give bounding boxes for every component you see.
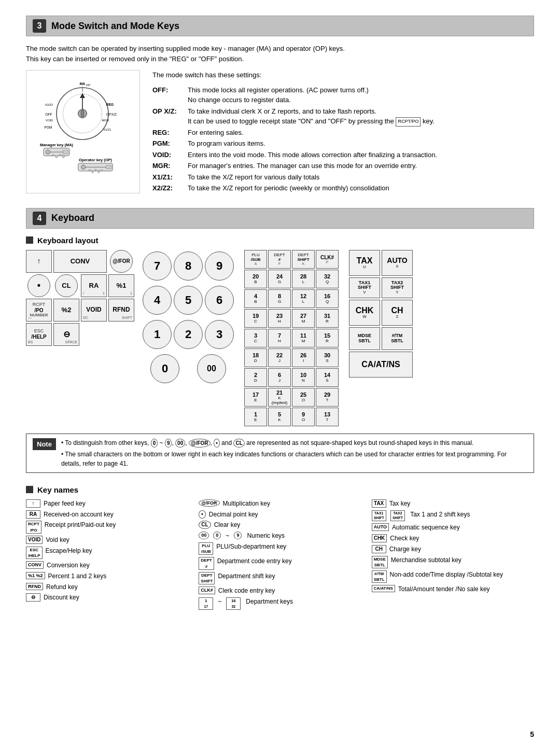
- kn-badge-deptcode: DEPT#: [199, 557, 214, 569]
- kn-badge-conv: CONV: [26, 561, 44, 569]
- dept-key-14: 14S: [316, 368, 339, 387]
- svg-rect-23: [59, 154, 61, 156]
- key-rfnd: RFND SHIFT: [108, 299, 134, 322]
- kn-rfnd: RFND Refund key: [26, 583, 188, 592]
- kn-label-caatns: Total/Amount tender /No sale key: [398, 585, 490, 594]
- kn-label-deptshift: Department shift key: [218, 572, 275, 581]
- kn-chk: CHK Check key: [372, 534, 534, 543]
- key-conv: CONV: [53, 250, 107, 273]
- svg-text:Operator key (OP): Operator key (OP): [79, 158, 113, 162]
- dept-key-31: 31R: [316, 309, 339, 328]
- key-atfor: @/FOR: [110, 250, 133, 273]
- section-3-number: 3: [33, 19, 46, 33]
- key-ra: RA 1 /: [81, 274, 107, 297]
- dept-key-32: 32Q: [316, 270, 339, 288]
- key-names-col2: @/FOR Multiplication key • Decimal point…: [199, 499, 361, 610]
- kn-label-void: Void key: [46, 536, 69, 544]
- svg-text:PGM: PGM: [44, 125, 52, 129]
- kn-badge-ra: RA: [26, 510, 40, 519]
- kn-label-esc: Escape/Help key: [46, 547, 92, 555]
- kn-badge-tax1shift: TAX1SHIFT: [372, 510, 386, 522]
- kn-badge-rfnd: RFND: [26, 583, 43, 591]
- kn-badge-deptshift: DEPTSHIFT: [199, 572, 215, 584]
- note-bullet-1: • To distinguish from other keys, 0 ~ 9,…: [61, 438, 527, 448]
- kn-rcptpo: RCPT/PO Receipt print/Paid-out key: [26, 521, 188, 533]
- kn-badge-rcptpo: RCPT/PO: [26, 521, 41, 533]
- kn-tilde2: ~: [218, 597, 221, 606]
- svg-point-18: [46, 150, 50, 154]
- kn-round-cl: CL: [199, 521, 211, 529]
- dept-key-24: 24G: [268, 270, 291, 288]
- kn-label-rcptpo: Receipt print/Paid-out key: [45, 521, 116, 529]
- kn-label-discount: Discount key: [44, 593, 79, 602]
- key-names-header: Key names: [26, 485, 534, 494]
- note-bullet-2: • The small characters on the bottom or …: [61, 450, 527, 468]
- dept-key-15: 15R: [316, 329, 339, 347]
- kn-clk: CLK# Clerk code entry key: [199, 587, 361, 595]
- dept-key-20: 20B: [244, 270, 267, 288]
- mode-desc-reg: For entering sales.: [188, 128, 534, 138]
- mode-key-opxz: OP X/Z:: [152, 106, 184, 127]
- key-7: 7: [143, 252, 172, 281]
- kn-badge-plusub: PLU/SUB: [199, 542, 213, 555]
- kb-left-block: ↑ CONV @/FOR • CL RA 1 /: [26, 250, 134, 346]
- kn-taxshift: TAX1SHIFT TAX2SHIFT Tax 1 and 2 shift ke…: [372, 510, 534, 522]
- dept-key-27: 27M: [292, 309, 315, 328]
- mode-desc-x2z2: To take the X/Z report for periodic (wee…: [188, 183, 534, 193]
- kn-label-up: Paper feed key: [44, 499, 86, 508]
- key-up-arrow: ↑: [26, 250, 52, 273]
- key-tax: TAX U: [349, 250, 380, 276]
- section-4-number: 4: [33, 212, 46, 225]
- note-content: • To distinguish from other keys, 0 ~ 9,…: [61, 438, 527, 468]
- mode-table: OFF: This mode locks all register operat…: [152, 85, 534, 193]
- kn-badge-void: VOID: [26, 536, 43, 544]
- dept-key-29: 29T: [316, 388, 339, 407]
- note-key-00: 00: [175, 439, 185, 448]
- mode-desc-off: This mode locks all register operations.…: [188, 85, 534, 105]
- key-1: 1: [143, 320, 172, 349]
- mode-key-x1z1: X1/Z1:: [152, 172, 184, 183]
- dept-key-26: 26I: [292, 348, 315, 367]
- kn-badge-clk: CLK#: [199, 587, 215, 594]
- note-key-9: 9: [165, 439, 172, 448]
- section-4: 4 Keyboard Keyboard layout ↑ CONV @/FOR: [26, 208, 534, 610]
- kn-atfor: @/FOR Multiplication key: [199, 499, 361, 508]
- note-key-0: 0: [151, 439, 158, 448]
- kn-badge-discount: ⊖: [26, 593, 40, 602]
- svg-rect-21: [52, 155, 54, 156]
- svg-rect-22: [55, 156, 57, 158]
- note-box: Note • To distinguish from other keys, 0…: [26, 434, 534, 473]
- key-00: 00: [197, 354, 226, 383]
- dept-key-25: 25O: [292, 388, 315, 407]
- kn-label-ra: Received-on account key: [44, 510, 114, 519]
- kn-label-numeric: Numeric keys: [247, 532, 285, 540]
- kn-mdse: MDSESBTL Merchandise subtotal key: [372, 556, 534, 568]
- note-label: Note: [33, 438, 56, 451]
- kn-label-tax: Tax key: [389, 499, 411, 508]
- kn-badge-percent: %1 %2: [26, 572, 45, 580]
- dept-key-5: 5K: [268, 408, 291, 426]
- svg-text:MGR: MGR: [102, 119, 109, 122]
- key-auto: AUTO X: [382, 250, 413, 276]
- svg-text:OP: OP: [86, 83, 91, 87]
- kn-badge-tax: TAX: [372, 499, 386, 508]
- key-0: 0: [150, 354, 179, 383]
- mode-desc-mgr: For manager's entries. The manager can u…: [188, 161, 534, 171]
- key-cl: CL: [55, 274, 78, 297]
- kn-badge-dept16: 1632: [226, 597, 241, 610]
- kn-badge-dept1: 117: [199, 597, 213, 610]
- mode-desc-void: Enters into the void mode. This mode all…: [188, 150, 534, 160]
- mode-desc-pgm: To program various items.: [188, 138, 534, 149]
- svg-text:REG: REG: [106, 103, 114, 106]
- svg-text:OFF: OFF: [45, 113, 52, 116]
- keyboard-layout: ↑ CONV @/FOR • CL RA 1 /: [26, 250, 534, 426]
- svg-text:Manager key (MA): Manager key (MA): [40, 143, 74, 147]
- kn-discount: ⊖ Discount key: [26, 593, 188, 602]
- kn-numeric: 00 0 ~ 9 Numeric keys: [199, 532, 361, 540]
- mode-key-off: OFF:: [152, 85, 184, 105]
- key-ch: CH Z: [382, 300, 413, 326]
- kn-decimal: • Decimal point key: [199, 510, 361, 519]
- kn-ra: RA Received-on account key: [26, 510, 188, 519]
- kn-deptcode: DEPT# Department code entry key: [199, 557, 361, 569]
- key-esc: ESC /HELP BS: [26, 323, 52, 346]
